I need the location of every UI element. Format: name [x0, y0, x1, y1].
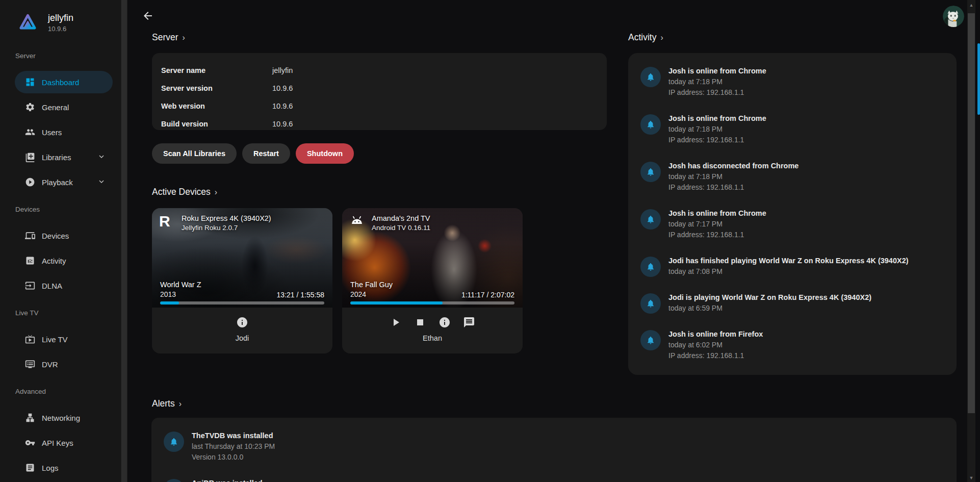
network-icon [25, 413, 35, 423]
activity-time: today at 6:02 PM [668, 340, 763, 350]
sidebar-item-devices[interactable]: Devices [15, 224, 113, 247]
activity-entry[interactable]: Josh is online from Chrome today at 7:18… [628, 106, 957, 153]
sidebar-item-dvr[interactable]: DVR [15, 353, 113, 375]
message-icon [463, 316, 475, 328]
nav-section-advanced: Advanced [15, 388, 121, 397]
key-icon [25, 438, 35, 448]
app-logo-block: jellyfin 10.9.6 [0, 0, 121, 33]
alert-entry[interactable]: TheTVDB was installed last Thursday at 1… [151, 423, 957, 470]
roku-logo-icon: R [159, 214, 178, 233]
activity-entry[interactable]: Josh is online from Firefox today at 6:0… [628, 321, 957, 369]
scan-all-libraries-button[interactable]: Scan All Libraries [152, 143, 237, 164]
sidebar-item-dlna[interactable]: DLNA [15, 274, 113, 297]
sidebar-item-libraries[interactable]: Libraries [15, 146, 113, 168]
library-add-icon [25, 152, 35, 162]
activity-ip: IP address: 192.168.1.1 [668, 230, 766, 240]
bell-icon [640, 209, 661, 230]
alerts-section-title: Alerts [152, 398, 175, 409]
nav-section-server: Server [15, 52, 121, 61]
activity-title: Josh is online from Chrome [668, 208, 766, 219]
server-info-card: Server name jellyfin Server version 10.9… [152, 53, 607, 130]
sidebar-item-playback[interactable]: Playback [15, 171, 113, 193]
activity-title: Josh is online from Chrome [668, 66, 766, 77]
session-backdrop-world-war-z: R Roku Express 4K (3940X2) Jellyfin Roku… [152, 208, 332, 308]
media-title: The Fall Guy [350, 280, 393, 290]
sidebar-item-activity[interactable]: Activity [15, 249, 113, 272]
alert-entry[interactable]: AniDB was installed [151, 470, 957, 482]
sidebar-scrollbar[interactable] [121, 0, 127, 482]
sidebar-item-api-keys[interactable]: API Keys [15, 432, 113, 454]
server-section-header[interactable]: Server › [152, 32, 185, 43]
session-card-android-tv[interactable]: Amanda's 2nd TV Android TV 0.16.11 The F… [342, 208, 523, 353]
user-avatar[interactable] [943, 6, 964, 27]
active-devices-header[interactable]: Active Devices › [152, 187, 217, 197]
alert-title: TheTVDB was installed [192, 430, 275, 441]
activity-entry[interactable]: Josh is online from Chrome today at 7:18… [628, 58, 957, 106]
page-scrollbar-thumb[interactable] [968, 13, 975, 413]
sidebar-scrollbar-thumb[interactable] [121, 0, 127, 482]
sidebar-item-live-tv[interactable]: Live TV [15, 328, 113, 350]
bell-icon [640, 330, 661, 350]
server-name-label: Server name [161, 66, 272, 74]
sidebar-item-label: API Keys [42, 439, 73, 447]
app-version: 10.9.6 [48, 25, 73, 33]
activity-ip: IP address: 192.168.1.1 [668, 182, 798, 193]
back-button[interactable] [142, 10, 155, 23]
session-card-roku[interactable]: R Roku Express 4K (3940X2) Jellyfin Roku… [152, 208, 332, 353]
build-version-label: Build version [161, 120, 272, 128]
alerts-section-header[interactable]: Alerts › [152, 398, 182, 409]
server-actions: Scan All Libraries Restart Shutdown [152, 143, 354, 164]
activity-title: Jodi is playing World War Z on Roku Expr… [668, 292, 871, 303]
activity-time: today at 7:18 PM [668, 124, 766, 135]
bell-icon [640, 162, 661, 182]
activity-time: today at 7:18 PM [668, 77, 766, 87]
activity-ip: IP address: 192.168.1.1 [668, 350, 763, 361]
bell-icon [640, 293, 661, 314]
activity-title: Josh has disconnected from Chrome [668, 161, 798, 171]
web-version-value: 10.9.6 [272, 102, 293, 110]
session-info-button[interactable] [438, 316, 451, 329]
analytics-icon [25, 256, 35, 266]
bell-icon [640, 67, 661, 87]
session-info-button[interactable] [236, 316, 249, 329]
active-devices-title: Active Devices [152, 187, 211, 197]
restart-button[interactable]: Restart [242, 143, 290, 164]
activity-section-header[interactable]: Activity › [628, 32, 663, 43]
bell-icon [640, 114, 661, 135]
chevron-down-icon [97, 153, 106, 162]
sidebar-item-label: DLNA [42, 282, 62, 290]
sidebar-item-label: Networking [42, 414, 80, 422]
shutdown-button[interactable]: Shutdown [296, 143, 354, 164]
activity-entry[interactable]: Jodi is playing World War Z on Roku Expr… [628, 285, 957, 321]
scrollbar-down-arrow[interactable]: ▼ [967, 475, 975, 481]
server-name-row: Server name jellyfin [161, 61, 595, 79]
page-scrollbar[interactable]: ▲ ▼ [967, 0, 975, 482]
chevron-right-icon: › [179, 399, 182, 409]
session-play-button[interactable] [389, 316, 402, 329]
activity-entry[interactable]: Jodi has finished playing World War Z on… [628, 248, 957, 285]
play-circle-icon [25, 177, 35, 187]
playback-progress-bar [350, 301, 514, 305]
server-version-label: Server version [161, 84, 272, 92]
bell-icon [640, 257, 661, 277]
window-scrollbar-thumb[interactable] [977, 43, 980, 115]
playback-progress-bar [160, 301, 324, 305]
activity-entry[interactable]: Josh is online from Chrome today at 7:17… [628, 200, 957, 248]
sidebar-item-logs[interactable]: Logs [15, 456, 113, 479]
sidebar-item-general[interactable]: General [15, 96, 113, 118]
sidebar-item-networking[interactable]: Networking [15, 407, 113, 429]
session-message-button[interactable] [462, 316, 476, 329]
session-stop-button[interactable] [414, 316, 427, 329]
gear-icon [25, 102, 35, 112]
client-name: Jellyfin Roku 2.0.7 [182, 223, 271, 233]
dashboard-icon [25, 77, 35, 87]
session-card-footer: Jodi [152, 308, 332, 353]
sidebar-item-dashboard[interactable]: Dashboard [15, 71, 113, 93]
activity-entry[interactable]: Josh has disconnected from Chrome today … [628, 153, 957, 200]
server-version-value: 10.9.6 [272, 84, 293, 92]
active-device-cards: R Roku Express 4K (3940X2) Jellyfin Roku… [152, 208, 523, 353]
scrollbar-up-arrow[interactable]: ▲ [967, 2, 975, 8]
users-icon [25, 127, 35, 137]
sidebar-item-users[interactable]: Users [15, 121, 113, 143]
media-year: 2013 [160, 290, 201, 299]
